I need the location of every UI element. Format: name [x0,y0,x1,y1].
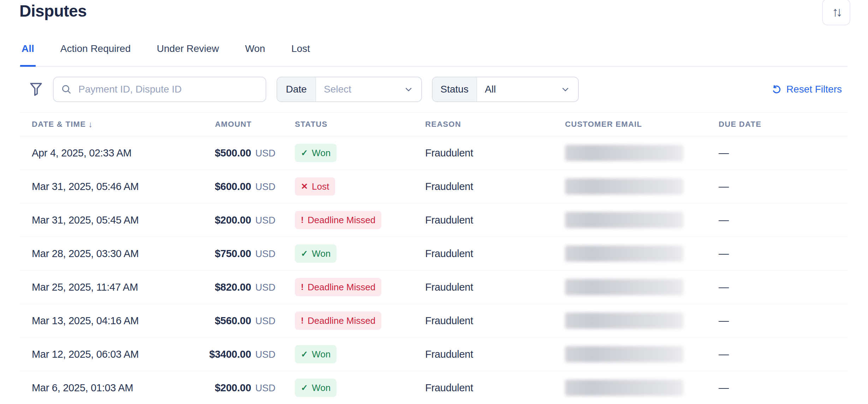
status-label: Won [312,248,331,259]
column-header-amount: AMOUNT [147,120,277,129]
dispute-date: Mar 31, 2025, 05:46 AM [19,181,147,192]
dispute-currency: USD [255,282,277,293]
dispute-amount: $600.00 [215,181,251,192]
tab-lost[interactable]: Lost [290,43,311,67]
table-row[interactable]: Mar 12, 2025, 06:03 AM $3400.00 USD ✓ Wo… [19,338,848,371]
due-date: — [699,147,848,159]
customer-email-redacted [565,380,683,396]
tab-won[interactable]: Won [244,43,267,67]
table-row[interactable]: Mar 6, 2025, 01:03 AM $200.00 USD ✓ Won … [19,371,848,404]
sort-desc-icon: ↓ [88,119,93,129]
dispute-reason: Fraudulent [406,281,546,293]
dispute-reason: Fraudulent [406,147,546,159]
table-row[interactable]: Mar 31, 2025, 05:45 AM $200.00 USD ! Dea… [19,203,848,237]
filter-funnel-button[interactable] [29,81,43,97]
table-row[interactable]: Mar 25, 2025, 11:47 AM $820.00 USD ! Dea… [19,271,848,304]
reset-filters-label: Reset Filters [786,84,842,95]
check-icon: ✓ [301,148,308,158]
check-icon: ✓ [301,349,308,359]
table-row[interactable]: Mar 13, 2025, 04:16 AM $560.00 USD ! Dea… [19,304,848,338]
search-icon [61,84,72,95]
status-filter-value: All [485,84,496,95]
dispute-amount: $560.00 [215,315,251,327]
dispute-currency: USD [255,182,277,192]
dispute-amount: $3400.00 [209,349,251,360]
status-label: Deadline Missed [308,315,375,326]
check-icon: ✓ [301,249,308,259]
status-label: Lost [312,181,329,192]
tab-under-review[interactable]: Under Review [155,43,220,67]
customer-email-redacted [565,346,683,362]
customer-email-redacted [565,145,683,161]
status-filter[interactable]: Status All [432,77,579,102]
tab-bar: All Action Required Under Review Won Los… [19,43,848,67]
status-badge: ✓ Won [295,244,337,263]
table-row[interactable]: Apr 4, 2025, 02:33 AM $500.00 USD ✓ Won … [19,136,848,170]
table-row[interactable]: Mar 31, 2025, 05:46 AM $600.00 USD ✕ Los… [19,170,848,203]
dispute-amount: $200.00 [215,214,251,226]
status-badge: ✓ Won [295,345,337,363]
table-row[interactable]: Mar 28, 2025, 03:30 AM $750.00 USD ✓ Won… [19,237,848,271]
dispute-currency: USD [255,383,277,394]
status-badge: ✓ Won [295,144,337,162]
status-badge: ! Deadline Missed [295,278,381,296]
status-label: Deadline Missed [308,282,375,293]
status-filter-label: Status [433,77,477,101]
due-date: — [699,315,848,327]
dispute-reason: Fraudulent [406,181,546,192]
column-header-customer-email: CUSTOMER EMAIL [546,120,699,129]
dispute-currency: USD [255,148,277,159]
status-label: Won [312,148,331,159]
disputes-table: DATE & TIME ↓ AMOUNT STATUS REASON CUSTO… [19,112,848,404]
customer-email-redacted [565,279,683,295]
status-label: Deadline Missed [308,215,375,226]
dispute-date: Apr 4, 2025, 02:33 AM [19,147,147,159]
customer-email-redacted [565,313,683,329]
search-input[interactable] [78,83,258,95]
chevron-down-icon [560,84,570,94]
dispute-currency: USD [255,249,277,260]
dispute-amount: $820.00 [215,281,251,293]
date-filter-label: Date [277,77,316,101]
table-body: Apr 4, 2025, 02:33 AM $500.00 USD ✓ Won … [19,136,848,404]
dispute-date: Mar 25, 2025, 11:47 AM [19,281,147,293]
dispute-reason: Fraudulent [406,382,546,394]
reset-filters-button[interactable]: Reset Filters [771,84,842,95]
dispute-currency: USD [255,349,277,360]
exclamation-icon: ! [301,316,304,326]
tab-action-required[interactable]: Action Required [59,43,132,67]
column-header-due-date: DUE DATE [699,120,848,129]
dispute-amount: $500.00 [215,147,251,159]
funnel-icon [29,81,43,97]
dispute-reason: Fraudulent [406,214,546,226]
due-date: — [699,214,848,226]
due-date: — [699,181,848,192]
tab-all[interactable]: All [20,43,36,67]
exclamation-icon: ! [301,215,304,225]
tab-label: Under Review [157,43,219,54]
sort-button[interactable]: ↑↓ [822,0,850,25]
dispute-date: Mar 28, 2025, 03:30 AM [19,248,147,260]
status-badge: ✓ Won [295,379,337,397]
dispute-currency: USD [255,215,277,226]
due-date: — [699,281,848,293]
tab-label: All [22,43,34,54]
column-header-date-time[interactable]: DATE & TIME ↓ [19,119,147,129]
due-date: — [699,382,848,394]
customer-email-redacted [565,212,683,228]
customer-email-redacted [565,245,683,262]
dispute-amount: $200.00 [215,382,251,394]
tab-label: Won [245,43,265,54]
chevron-down-icon [404,84,414,94]
due-date: — [699,349,848,360]
customer-email-redacted [565,178,683,195]
dispute-reason: Fraudulent [406,349,546,360]
table-header: DATE & TIME ↓ AMOUNT STATUS REASON CUSTO… [19,112,848,136]
status-badge: ✕ Lost [295,177,335,196]
date-filter[interactable]: Date Select [277,77,422,102]
filter-bar: Date Select Status All Reset Fil [19,77,848,102]
status-badge: ! Deadline Missed [295,311,381,330]
dispute-reason: Fraudulent [406,315,546,327]
column-header-status: STATUS [277,120,406,129]
page-title: Disputes [19,1,848,20]
